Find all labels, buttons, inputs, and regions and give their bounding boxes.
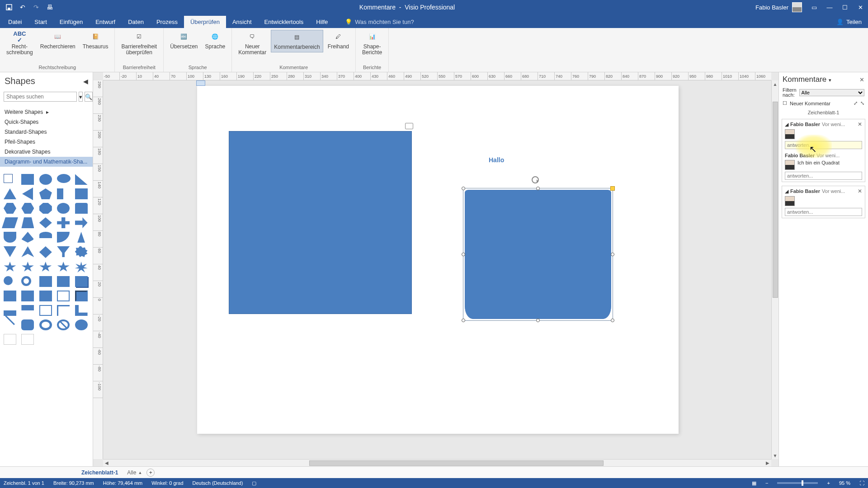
new-comment-checkbox[interactable]: ☐ [783, 100, 787, 106]
tab-daten[interactable]: Daten [122, 16, 150, 28]
shape-pentagon[interactable] [39, 188, 52, 199]
shape-square[interactable] [21, 174, 34, 185]
all-pages-tab[interactable]: Alle ▲ [127, 469, 142, 476]
shape-hexagon[interactable] [4, 203, 16, 214]
tell-me-input[interactable]: 💡 Was möchten Sie tun? [340, 16, 418, 28]
scroll-down-icon[interactable]: ▼ [772, 452, 778, 459]
shape-no[interactable] [57, 319, 70, 330]
redo-icon[interactable]: ↷ [31, 2, 42, 13]
close-icon[interactable]: ✕ [853, 0, 868, 14]
cat-decor[interactable]: Dekorative Shapes [0, 147, 93, 157]
delete-comment-icon[interactable]: ✕ [858, 188, 862, 194]
user-avatar-icon[interactable] [792, 2, 802, 12]
language-button[interactable]: 🌐Sprache [203, 30, 228, 52]
cat-arrow[interactable]: Pfeil-Shapes [0, 137, 93, 147]
shapes-search-input[interactable] [4, 92, 77, 102]
shape-square-shadow[interactable] [75, 276, 88, 287]
handle-w[interactable] [462, 253, 465, 256]
tab-entwicklertools[interactable]: Entwicklertools [258, 16, 310, 28]
rotation-handle-icon[interactable] [532, 176, 539, 183]
translate-button[interactable]: 🔤Übersetzen [167, 30, 200, 52]
handle-e[interactable] [611, 253, 614, 256]
handle-nw[interactable] [462, 187, 465, 190]
shape-trapezoid[interactable] [21, 217, 34, 228]
shape-cylinder[interactable] [75, 203, 88, 214]
page-tab-1[interactable]: Zeichenblatt-1 [77, 468, 123, 478]
shape-funnel[interactable] [57, 246, 70, 257]
shape-half2[interactable] [21, 305, 34, 316]
tab-prozess[interactable]: Prozess [150, 16, 184, 28]
shape-gear-icon[interactable] [75, 246, 88, 257]
share-button[interactable]: 👤 Teilen [830, 16, 868, 28]
status-lang[interactable]: Deutsch (Deutschland) [193, 480, 243, 486]
accessibility-button[interactable]: ☑Barrierefreiheit überprüfen [118, 30, 160, 57]
cat-standard[interactable]: Standard-Shapes [0, 127, 93, 137]
shape-cross[interactable] [57, 217, 70, 228]
tab-hilfe[interactable]: Hilfe [310, 16, 334, 28]
shape-box-bevel[interactable] [75, 291, 88, 301]
tab-datei[interactable]: Datei [2, 16, 28, 28]
maximize-icon[interactable]: ☐ [837, 0, 853, 14]
ribbon-options-icon[interactable]: ▭ [807, 0, 822, 14]
drawing-page[interactable]: Hallo [197, 86, 679, 434]
canvas[interactable]: -50-201040701001301601902202502803103403… [93, 72, 778, 466]
shape-box-outline[interactable] [57, 291, 70, 301]
shape-rounded[interactable] [21, 319, 34, 330]
zoom-slider[interactable] [777, 482, 818, 484]
comment-item[interactable]: ◢ Fabio Basler Vor weni... ✕ [782, 186, 865, 218]
research-button[interactable]: 📖Recherchieren [38, 30, 78, 52]
shape-burst[interactable] [75, 262, 88, 272]
shape-star7[interactable] [57, 262, 70, 272]
handle-n[interactable] [536, 187, 540, 190]
shape-can[interactable] [4, 232, 16, 243]
scroll-left-icon[interactable]: ◀ [103, 460, 110, 467]
shape-circle-small[interactable] [4, 276, 13, 285]
reply-input[interactable] [785, 208, 862, 216]
print-icon[interactable]: 🖶 [44, 2, 55, 13]
scroll-thumb-v[interactable] [773, 102, 778, 297]
view-presentation-icon[interactable]: ▦ [752, 480, 756, 486]
shape-corner[interactable] [57, 305, 70, 316]
shape-kite[interactable] [39, 246, 52, 258]
reply-input[interactable] [785, 172, 862, 180]
tab-ueberpruefen[interactable]: Überprüfen [184, 16, 226, 28]
comment-item[interactable]: ◢ Fabio Basler Vor weni... ✕ ↖ Fabio Bas… [782, 119, 865, 182]
comment-flag-icon[interactable] [196, 80, 205, 86]
shape-octagon[interactable] [39, 203, 52, 214]
shape-fin[interactable] [21, 246, 34, 257]
shape-quarter[interactable] [57, 232, 70, 243]
shape-box1[interactable] [4, 291, 16, 301]
thesaurus-button[interactable]: 📔Thesaurus [80, 30, 111, 52]
shape-triangle[interactable] [4, 188, 16, 199]
tab-start[interactable]: Start [28, 16, 53, 28]
shape-square3[interactable] [57, 276, 70, 287]
shape-ring[interactable] [21, 276, 31, 286]
cat-more[interactable]: Weitere Shapes ▸ [0, 107, 93, 117]
text-hallo[interactable]: Hallo [489, 156, 504, 164]
scroll-up-icon[interactable]: ▲ [772, 80, 778, 88]
shape-star4[interactable] [4, 262, 16, 272]
add-page-icon[interactable]: + [146, 469, 155, 477]
horizontal-scrollbar[interactable]: ◀ ▶ [103, 459, 771, 466]
collapse-all-icon[interactable]: ⤡ [860, 100, 864, 106]
zoom-out-icon[interactable]: − [765, 480, 768, 486]
shape-box2[interactable] [21, 291, 34, 301]
save-icon[interactable] [4, 2, 14, 13]
ink-button[interactable]: 🖊Freihand [325, 30, 352, 52]
shape-rectangle[interactable] [4, 174, 13, 183]
comment-indicator-icon[interactable] [405, 123, 413, 129]
shape-rect-wide[interactable] [75, 188, 88, 199]
shape-box3[interactable] [39, 291, 52, 301]
tab-einfuegen[interactable]: Einfügen [53, 16, 89, 28]
collapse-icon[interactable]: ◢ [785, 122, 788, 127]
shape-rectangle-1[interactable] [229, 131, 412, 314]
shape-drop[interactable] [21, 232, 34, 243]
shape-parallelogram[interactable] [2, 217, 18, 228]
tab-entwurf[interactable]: Entwurf [89, 16, 122, 28]
shape-rectangle2[interactable] [57, 188, 63, 199]
zoom-value[interactable]: 95 % [839, 480, 850, 486]
comment-pane-button[interactable]: ▤Kommentarbereich [271, 30, 323, 52]
shape-drop2[interactable] [75, 232, 88, 243]
shape-circle-last[interactable] [75, 319, 88, 330]
search-go-icon[interactable]: 🔍 [85, 92, 93, 102]
